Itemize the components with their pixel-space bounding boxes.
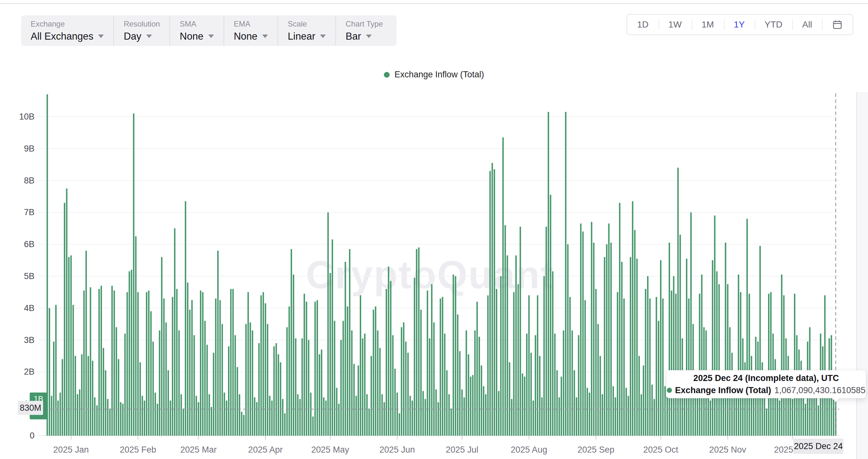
svg-text:2025 Aug: 2025 Aug [510, 445, 547, 455]
svg-text:2025 May: 2025 May [311, 445, 349, 455]
svg-text:6B: 6B [24, 239, 34, 249]
svg-text:0: 0 [30, 431, 34, 440]
crosshair-y-badge: 830M [18, 401, 43, 415]
svg-text:2B: 2B [24, 367, 34, 376]
svg-text:2025 Jun: 2025 Jun [379, 445, 415, 455]
svg-text:4B: 4B [24, 303, 34, 313]
svg-text:2025 Oct: 2025 Oct [643, 445, 678, 455]
svg-text:5B: 5B [24, 271, 34, 281]
cryptoquant-chart-page: { "header": { "filters": [ {"label": "Ex… [0, 0, 868, 459]
tooltip-series-label: Exchange Inflow (Total) [675, 385, 771, 395]
tooltip-arrow [832, 398, 840, 402]
svg-text:2025 Jul: 2025 Jul [446, 445, 478, 455]
svg-text:7B: 7B [24, 207, 34, 217]
svg-text:3B: 3B [24, 335, 34, 345]
svg-text:10B: 10B [19, 112, 34, 121]
crosshair-date-badge: 2025 Dec 24 [793, 438, 843, 454]
svg-text:2025 Mar: 2025 Mar [180, 445, 217, 455]
svg-text:2025 Apr: 2025 Apr [248, 445, 283, 455]
chart-tooltip: 2025 Dec 24 (Incomplete data), UTC Excha… [666, 370, 866, 398]
svg-text:9B: 9B [24, 144, 34, 153]
tooltip-series-dot-icon [667, 388, 672, 393]
svg-text:CryptoQuant: CryptoQuant [306, 253, 555, 297]
tooltip-series-value: 1,067,090,430.1610585 [774, 385, 865, 395]
svg-text:8B: 8B [24, 176, 34, 185]
svg-text:2025 Feb: 2025 Feb [120, 445, 156, 455]
svg-text:2025 Nov: 2025 Nov [709, 445, 746, 455]
svg-text:2025 Jan: 2025 Jan [53, 445, 89, 455]
tooltip-title: 2025 Dec 24 (Incomplete data), UTC [666, 373, 866, 383]
svg-text:2025 Sep: 2025 Sep [578, 445, 614, 455]
